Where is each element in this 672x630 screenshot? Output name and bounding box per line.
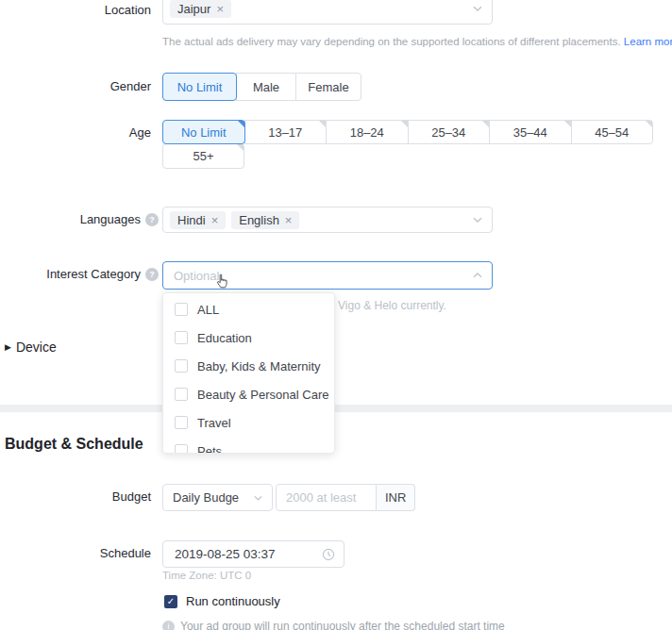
language-tag-hindi: Hindi × bbox=[170, 211, 226, 229]
checkbox-unchecked-icon[interactable] bbox=[175, 331, 188, 344]
corner-fold-icon bbox=[482, 121, 489, 127]
device-label: Device bbox=[16, 340, 57, 355]
currency-suffix: INR bbox=[377, 484, 415, 511]
interest-dropdown-panel: ALL Education Baby, Kids & Maternity Bea… bbox=[162, 292, 335, 454]
age-option-label: 55+ bbox=[193, 149, 213, 163]
mouse-cursor-hand-icon bbox=[215, 274, 229, 293]
dropdown-option-all[interactable]: ALL bbox=[163, 295, 334, 323]
corner-fold-icon bbox=[238, 121, 244, 127]
dropdown-option-pets[interactable]: Pets bbox=[163, 437, 334, 454]
gender-option-label: Male bbox=[253, 80, 279, 94]
corner-fold-icon bbox=[564, 121, 571, 127]
gender-option-label: Female bbox=[308, 80, 348, 94]
caret-right-icon: ▶ bbox=[5, 342, 11, 352]
chevron-up-icon bbox=[472, 270, 483, 281]
age-button-group-row2: 55+ bbox=[162, 143, 244, 169]
location-tag: Jaipur × bbox=[170, 0, 231, 18]
age-option-label: 35–44 bbox=[513, 125, 547, 140]
age-option-label: 45–54 bbox=[595, 125, 629, 140]
location-helper-text: The actual ads delivery may vary dependi… bbox=[162, 36, 621, 47]
schedule-note: i Your ad group will run continuously af… bbox=[162, 620, 505, 630]
section-divider bbox=[0, 405, 672, 412]
checkbox-unchecked-icon[interactable] bbox=[175, 416, 188, 429]
age-button-group-row1: No Limit 13–17 18–24 25–34 35–44 45–54 bbox=[162, 120, 653, 144]
budget-label: Budget bbox=[0, 489, 151, 504]
remove-tag-icon[interactable]: × bbox=[285, 213, 293, 227]
run-continuously-checkbox-row[interactable]: ✓ Run continuously bbox=[164, 594, 280, 608]
age-option-label: No Limit bbox=[181, 125, 227, 140]
run-continuously-label: Run continuously bbox=[186, 594, 280, 608]
language-tag-text: English bbox=[239, 213, 279, 227]
gender-option-label: No Limit bbox=[177, 80, 223, 94]
checkbox-unchecked-icon[interactable] bbox=[175, 388, 188, 401]
corner-fold-icon bbox=[319, 121, 326, 127]
dropdown-option-travel[interactable]: Travel bbox=[163, 408, 334, 437]
gender-label: Gender bbox=[0, 79, 151, 93]
dropdown-option-label: ALL bbox=[197, 303, 219, 317]
budget-type-value: Daily Budge bbox=[173, 490, 239, 505]
chevron-down-icon bbox=[472, 214, 483, 225]
age-option-55-plus[interactable]: 55+ bbox=[162, 143, 244, 169]
learn-more-link[interactable]: Learn more bbox=[624, 36, 672, 47]
corner-fold-icon bbox=[646, 121, 652, 127]
language-tag-english: English × bbox=[231, 211, 299, 229]
help-question-icon[interactable]: ? bbox=[145, 268, 159, 281]
remove-tag-icon[interactable]: × bbox=[216, 2, 224, 16]
help-question-icon[interactable]: ? bbox=[145, 213, 159, 226]
age-option-18-24[interactable]: 18–24 bbox=[326, 120, 409, 144]
budget-amount-placeholder: 2000 at least bbox=[286, 490, 356, 505]
chevron-down-icon bbox=[472, 3, 483, 14]
dropdown-option-label: Beauty & Personal Care bbox=[197, 388, 328, 402]
gender-option-female[interactable]: Female bbox=[295, 73, 361, 101]
dropdown-option-education[interactable]: Education bbox=[163, 323, 334, 352]
schedule-label: Schedule bbox=[0, 546, 151, 560]
interest-category-input[interactable]: Optional bbox=[162, 261, 493, 290]
dropdown-option-beauty-personal-care[interactable]: Beauty & Personal Care bbox=[163, 380, 334, 408]
corner-fold-icon bbox=[237, 144, 244, 151]
checkbox-unchecked-icon[interactable] bbox=[175, 303, 188, 316]
info-icon: i bbox=[162, 621, 175, 630]
budget-amount-group: 2000 at least INR bbox=[276, 484, 415, 511]
device-section-toggle[interactable]: ▶ Device bbox=[5, 340, 57, 355]
age-option-35-44[interactable]: 35–44 bbox=[489, 120, 572, 144]
age-label: Age bbox=[0, 125, 151, 140]
languages-select[interactable]: Hindi × English × bbox=[162, 207, 493, 233]
remove-tag-icon[interactable]: × bbox=[211, 213, 219, 227]
interest-category-label: Interest Category bbox=[46, 267, 141, 281]
checkbox-checked-icon[interactable]: ✓ bbox=[164, 595, 177, 608]
interest-helper-fragment: Vigo & Helo currently. bbox=[338, 299, 446, 312]
age-option-13-17[interactable]: 13–17 bbox=[244, 120, 328, 144]
dropdown-option-label: Pets bbox=[197, 444, 222, 455]
languages-label-row: Languages ? bbox=[0, 212, 159, 226]
age-option-no-limit[interactable]: No Limit bbox=[162, 120, 245, 144]
budget-amount-input[interactable]: 2000 at least bbox=[276, 484, 377, 511]
schedule-datetime-input[interactable]: 2019-08-25 03:37 bbox=[162, 540, 344, 568]
checkbox-unchecked-icon[interactable] bbox=[175, 359, 188, 373]
location-helper: The actual ads delivery may vary dependi… bbox=[162, 36, 672, 47]
gender-option-male[interactable]: Male bbox=[236, 73, 296, 101]
budget-type-select[interactable]: Daily Budge bbox=[162, 484, 273, 511]
dropdown-option-baby-kids-maternity[interactable]: Baby, Kids & Maternity bbox=[163, 352, 334, 380]
interest-placeholder: Optional bbox=[174, 269, 219, 283]
location-tag-text: Jaipur bbox=[177, 2, 210, 16]
dropdown-option-label: Baby, Kids & Maternity bbox=[197, 359, 321, 373]
age-option-label: 18–24 bbox=[350, 125, 384, 140]
chevron-down-icon bbox=[253, 492, 263, 503]
dropdown-option-label: Education bbox=[197, 331, 252, 345]
language-tag-text: Hindi bbox=[177, 213, 206, 227]
clock-icon bbox=[322, 548, 335, 561]
gender-option-no-limit[interactable]: No Limit bbox=[162, 73, 237, 101]
location-select[interactable]: Jaipur × bbox=[162, 0, 493, 25]
ad-targeting-page: Location Jaipur × The actual ads deliver… bbox=[0, 0, 672, 630]
checkbox-unchecked-icon[interactable] bbox=[175, 444, 188, 454]
timezone-text: Time Zone: UTC 0 bbox=[162, 570, 251, 581]
schedule-note-text: Your ad group will run continuously afte… bbox=[180, 620, 505, 630]
corner-fold-icon bbox=[401, 121, 408, 127]
budget-schedule-heading: Budget & Schedule bbox=[5, 436, 143, 453]
age-option-25-34[interactable]: 25–34 bbox=[408, 120, 491, 144]
dropdown-option-label: Travel bbox=[197, 416, 231, 430]
location-label: Location bbox=[0, 3, 151, 17]
gender-button-group: No Limit Male Female bbox=[162, 73, 361, 101]
interest-label-row: Interest Category ? bbox=[0, 267, 159, 281]
age-option-45-54[interactable]: 45–54 bbox=[571, 120, 654, 144]
